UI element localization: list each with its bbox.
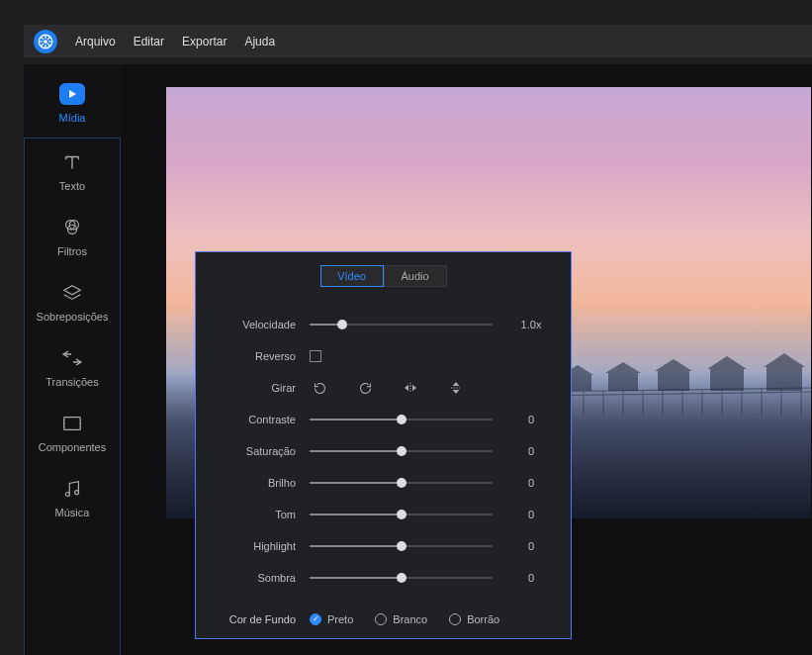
- radio-borrao[interactable]: Borrão: [449, 613, 499, 625]
- radio-label: Branco: [393, 613, 427, 625]
- radio-label: Borrão: [467, 613, 499, 625]
- row-cor-de-fundo: Cor de Fundo Preto Branco Borrão: [196, 600, 571, 639]
- menu-ajuda[interactable]: Ajuda: [244, 35, 275, 48]
- row-velocidade: Velocidade 1.0x: [196, 309, 571, 340]
- sidebar-label: Transições: [45, 376, 98, 388]
- slider-highlight[interactable]: [310, 539, 493, 553]
- slider-contraste[interactable]: [310, 413, 493, 426]
- menu-editar[interactable]: Editar: [134, 35, 164, 48]
- label-tom: Tom: [196, 509, 310, 520]
- menubar: Arquivo Editar Exportar Ajuda: [24, 25, 812, 57]
- play-badge-icon: [59, 80, 85, 108]
- value-highlight: 0: [507, 540, 555, 552]
- sidebar-group: Texto Filtros Sobreposições: [24, 138, 121, 655]
- overlays-icon: [61, 279, 83, 307]
- flip-horizontal-icon[interactable]: [401, 378, 420, 398]
- label-contraste: Contraste: [196, 414, 310, 425]
- slider-sombra[interactable]: [310, 571, 493, 585]
- sidebar: Mídia Texto Filtros: [24, 64, 121, 655]
- value-saturacao: 0: [507, 445, 555, 457]
- preview-pier-icon: [534, 382, 811, 421]
- tab-audio[interactable]: Áudio: [384, 265, 447, 287]
- row-reverso: Reverso: [196, 340, 571, 372]
- app-logo-icon: [34, 30, 57, 53]
- sidebar-item-midia[interactable]: Mídia: [24, 80, 121, 124]
- slider-saturacao[interactable]: [310, 444, 493, 458]
- row-highlight: Highlight 0: [196, 530, 571, 562]
- svg-line-13: [534, 388, 811, 392]
- svg-rect-5: [64, 418, 81, 430]
- radio-dot-icon: [375, 613, 387, 625]
- radio-label: Preto: [327, 613, 353, 625]
- radio-dot-icon: [449, 613, 461, 625]
- value-brilho: 0: [507, 477, 555, 489]
- sidebar-item-musica[interactable]: Música: [24, 475, 121, 518]
- music-icon: [61, 475, 83, 503]
- label-saturacao: Saturação: [196, 445, 310, 457]
- label-velocidade: Velocidade: [196, 319, 310, 330]
- sidebar-item-transicoes[interactable]: Transições: [24, 344, 121, 388]
- filters-icon: [61, 214, 83, 241]
- svg-point-7: [75, 491, 79, 495]
- row-brilho: Brilho 0: [196, 467, 571, 499]
- row-tom: Tom 0: [196, 499, 571, 530]
- value-contraste: 0: [507, 414, 555, 425]
- sidebar-item-texto[interactable]: Texto: [24, 148, 121, 192]
- radio-branco[interactable]: Branco: [375, 613, 427, 625]
- sidebar-label: Texto: [59, 180, 85, 192]
- dialog-tabs: Vídeo Áudio: [196, 265, 571, 287]
- components-icon: [61, 410, 83, 437]
- value-tom: 0: [507, 509, 555, 520]
- checkbox-reverso[interactable]: [310, 350, 321, 362]
- label-reverso: Reverso: [196, 350, 310, 362]
- text-icon: [61, 148, 83, 176]
- slider-velocidade[interactable]: [310, 318, 493, 331]
- sidebar-item-componentes[interactable]: Componentes: [24, 410, 121, 453]
- rotate-ccw-icon[interactable]: [310, 378, 329, 398]
- rotate-cw-icon[interactable]: [355, 378, 375, 398]
- svg-line-14: [534, 392, 811, 396]
- sidebar-label: Filtros: [57, 245, 87, 257]
- label-sombra: Sombra: [196, 572, 310, 584]
- value-sombra: 0: [507, 572, 555, 584]
- transitions-icon: [60, 344, 84, 372]
- slider-tom[interactable]: [310, 508, 493, 521]
- sidebar-item-filtros[interactable]: Filtros: [24, 214, 121, 257]
- row-girar: Girar: [196, 372, 571, 404]
- label-highlight: Highlight: [196, 540, 310, 552]
- radio-preto[interactable]: Preto: [310, 613, 353, 625]
- video-properties-dialog: Vídeo Áudio Velocidade 1.0x Reverso Gira…: [195, 251, 572, 639]
- tab-video[interactable]: Vídeo: [320, 265, 384, 287]
- label-cor-de-fundo: Cor de Fundo: [196, 613, 310, 625]
- sidebar-item-sobreposicoes[interactable]: Sobreposições: [24, 279, 121, 323]
- sidebar-label: Sobreposições: [37, 311, 109, 323]
- sidebar-label: Mídia: [59, 112, 86, 124]
- sidebar-label: Música: [55, 507, 90, 518]
- row-saturacao: Saturação 0: [196, 435, 571, 467]
- radio-dot-icon: [310, 613, 321, 625]
- label-brilho: Brilho: [196, 477, 310, 489]
- value-velocidade: 1.0x: [507, 319, 555, 330]
- sidebar-label: Componentes: [39, 441, 107, 453]
- svg-point-1: [44, 40, 47, 44]
- flip-vertical-icon[interactable]: [446, 378, 466, 398]
- menu-arquivo[interactable]: Arquivo: [75, 35, 116, 48]
- slider-brilho[interactable]: [310, 476, 493, 490]
- menu-exportar[interactable]: Exportar: [182, 35, 226, 48]
- row-sombra: Sombra 0: [196, 562, 571, 594]
- label-girar: Girar: [196, 382, 310, 394]
- row-contraste: Contraste 0: [196, 404, 571, 435]
